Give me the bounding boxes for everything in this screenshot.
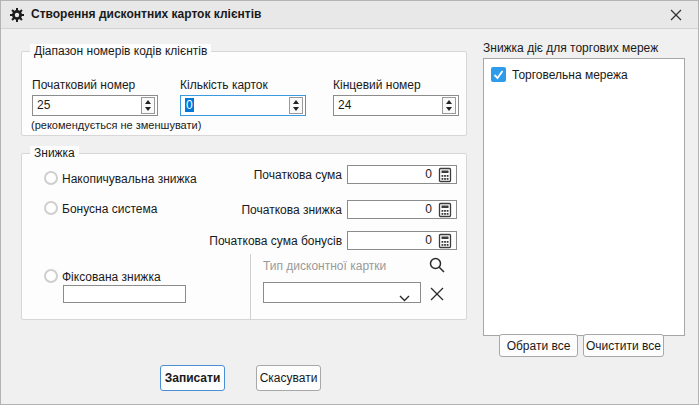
radio-bonus-system[interactable] [44, 201, 58, 215]
spinner-arrows[interactable] [141, 97, 155, 114]
range-group-legend: Діапазон номерів кодів клієнтів [30, 44, 211, 58]
networks-panel-title: Знижка діє для торгових мереж [483, 41, 658, 55]
card-count-value: 0 [185, 98, 194, 112]
card-count-label: Кількість карток [180, 78, 268, 92]
radio-accumulative-discount[interactable] [44, 171, 58, 185]
spin-down-icon[interactable] [293, 107, 299, 111]
radio-fixed-discount[interactable] [44, 269, 58, 283]
list-item[interactable]: Торговельна мережа [491, 66, 681, 84]
end-number-value: 24 [338, 98, 351, 112]
spin-up-icon[interactable] [145, 100, 151, 104]
start-number-label: Початковий номер [32, 78, 135, 92]
spin-up-icon[interactable] [446, 100, 452, 104]
start-number-note: (рекомендується не зменшувати) [31, 119, 201, 131]
cancel-button[interactable]: Скасувати [256, 365, 321, 391]
spin-down-icon[interactable] [145, 107, 151, 111]
initial-bonus-sum-value: 0 [425, 233, 432, 247]
chevron-down-icon[interactable] [399, 291, 410, 305]
fixed-discount-input[interactable] [63, 285, 186, 303]
spinner-arrows[interactable] [289, 97, 303, 114]
initial-discount-field[interactable]: 0 [347, 200, 457, 219]
calculator-icon[interactable] [437, 233, 453, 249]
window-title: Створення дисконтних карток клієнтів [31, 1, 261, 28]
networks-listbox[interactable]: Торговельна мережа [483, 58, 685, 336]
initial-discount-value: 0 [425, 202, 432, 216]
start-number-spinner[interactable]: 25 [32, 95, 158, 116]
initial-sum-label: Початкова сума [82, 168, 342, 182]
dialog-window: Створення дисконтних карток клієнтів Діа… [0, 0, 699, 405]
card-count-spinner[interactable]: 0 [180, 95, 306, 116]
initial-discount-label: Початкова знижка [82, 203, 342, 217]
end-number-label: Кінцевий номер [333, 78, 421, 92]
radio-fixed-discount-label: Фіксована знижка [62, 270, 161, 284]
discount-group: Знижка Накопичувальна знижка Бонусна сис… [21, 153, 467, 320]
close-button[interactable] [668, 7, 684, 23]
clear-x-icon[interactable] [428, 285, 446, 303]
spin-down-icon[interactable] [446, 107, 452, 111]
initial-sum-field[interactable]: 0 [347, 165, 457, 184]
calculator-icon[interactable] [437, 202, 453, 218]
search-icon[interactable] [428, 256, 446, 274]
checked-checkbox-icon[interactable] [491, 67, 506, 82]
initial-bonus-sum-field[interactable]: 0 [347, 231, 457, 250]
section-divider [250, 254, 251, 320]
initial-bonus-sum-label: Початкова сума бонусів [82, 234, 342, 248]
gear-icon [9, 7, 25, 23]
end-number-spinner[interactable]: 24 [333, 95, 459, 116]
calculator-icon[interactable] [437, 167, 453, 183]
card-type-label: Тип дисконтної картки [263, 259, 386, 273]
spinner-arrows[interactable] [442, 97, 456, 114]
spin-up-icon[interactable] [293, 100, 299, 104]
start-number-value: 25 [37, 98, 50, 112]
initial-sum-value: 0 [425, 167, 432, 181]
card-type-combobox[interactable] [263, 282, 421, 303]
range-group: Діапазон номерів кодів клієнтів Початков… [21, 51, 467, 136]
discount-group-legend: Знижка [30, 146, 79, 160]
network-item-label: Торговельна мережа [512, 68, 628, 82]
clear-all-button[interactable]: Очистити все [583, 334, 664, 357]
save-button[interactable]: Записати [160, 365, 225, 391]
titlebar: Створення дисконтних карток клієнтів [1, 1, 698, 29]
select-all-button[interactable]: Обрати все [499, 334, 578, 357]
